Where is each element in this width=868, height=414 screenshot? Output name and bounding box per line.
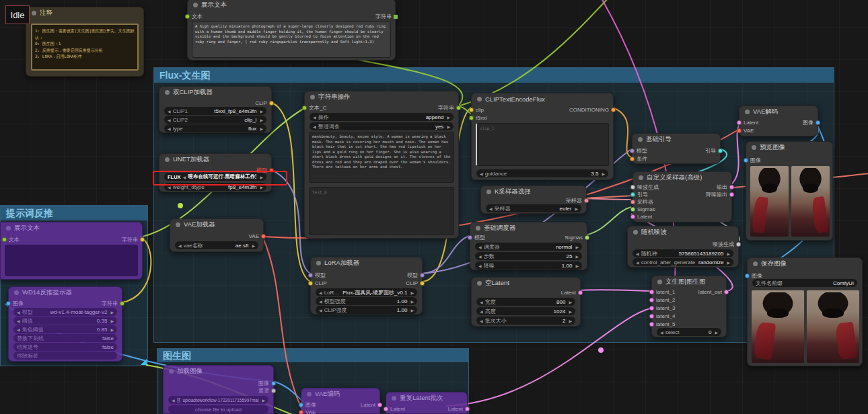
group-img2img-header[interactable]: 图生图 xyxy=(157,349,468,362)
widget-trailing-comma[interactable]: 结尾逗号false xyxy=(13,343,117,351)
port-dot[interactable] xyxy=(140,237,145,242)
node-lora-loader[interactable]: LoRA加载器 模型 CLIP 模型 CLIP LoRA名称Flux-面具风-绫… xyxy=(310,257,423,315)
port-latent-in[interactable]: Latent xyxy=(630,214,652,220)
widget-wd14-model[interactable]: 模型wd-v1.4-moat-tagger-v2 xyxy=(13,308,117,316)
widget-sampler[interactable]: 采样器euler xyxy=(486,204,581,212)
node-basic-guider[interactable]: 基础引导 模型 条件 引导 xyxy=(632,133,721,164)
node-vae-loader[interactable]: VAE加载器 VAE vae名称ae.sft xyxy=(170,218,264,252)
port-dot[interactable] xyxy=(630,185,635,190)
collapse-dot-icon[interactable] xyxy=(6,226,11,231)
port-dot[interactable] xyxy=(261,234,266,239)
widget-character-threshold[interactable]: 角色阈值0.85 xyxy=(13,325,117,333)
port-dot[interactable] xyxy=(299,410,303,414)
node-string-operation[interactable]: 字符串操作 文本_C 字符串 操作append 整理词条yes maskbeau… xyxy=(304,91,459,239)
port-dot[interactable] xyxy=(456,106,461,110)
widget-clip-strength[interactable]: CLIP强度1.00 xyxy=(316,306,417,314)
port-string-out[interactable]: 字符串 xyxy=(438,105,461,111)
collapse-dot-icon[interactable] xyxy=(477,281,482,286)
port-latent-out[interactable]: Latent xyxy=(361,402,382,408)
port-dot[interactable] xyxy=(269,168,274,173)
port-image-in[interactable]: 图像 xyxy=(6,300,24,306)
port-dot[interactable] xyxy=(649,290,654,294)
port-dot[interactable] xyxy=(465,407,470,411)
widget-vae-name[interactable]: vae名称ae.sft xyxy=(175,241,258,249)
port-dot[interactable] xyxy=(302,106,307,110)
port-clip-in[interactable]: CLIP xyxy=(308,280,327,286)
port-mask-out[interactable]: 遮罩 xyxy=(258,388,276,394)
collapse-dot-icon[interactable] xyxy=(752,145,756,150)
port-string-out[interactable]: 字符串 xyxy=(102,300,124,306)
widget-batch-size[interactable]: 批次大小2 xyxy=(476,317,575,325)
port-dot[interactable] xyxy=(185,14,190,19)
choose-file-button[interactable]: choose file to upload xyxy=(168,405,268,413)
port-dot[interactable] xyxy=(630,214,635,219)
port-dot[interactable] xyxy=(729,185,734,190)
collapse-dot-icon[interactable] xyxy=(193,3,198,7)
port-dot[interactable] xyxy=(584,198,589,203)
port-image-in[interactable]: 图像 xyxy=(744,157,761,163)
port-dot[interactable] xyxy=(468,235,472,240)
port-text-in[interactable]: 文本 xyxy=(2,237,20,243)
port-image-in[interactable]: 图像 xyxy=(299,402,316,408)
group-reverse-header[interactable]: 提示词反推 xyxy=(1,206,147,220)
collapse-dot-icon[interactable] xyxy=(486,190,491,194)
collapse-dot-icon[interactable] xyxy=(633,230,638,235)
port-model-out[interactable]: 模型 xyxy=(407,272,425,278)
widget-threshold[interactable]: 阈值0.35 xyxy=(13,317,117,325)
port-dot[interactable] xyxy=(630,157,635,161)
port-image-in[interactable]: 图像 xyxy=(745,273,762,279)
port-dot[interactable] xyxy=(649,322,654,327)
node-load-image[interactable]: 加载图像 图像 遮罩 图像uploadtoworkflow-1722011715… xyxy=(163,365,274,414)
port-string-out[interactable]: 字符串 xyxy=(122,237,145,243)
widget-scheduler[interactable]: 调度器normal xyxy=(475,243,582,251)
port-dot[interactable] xyxy=(578,290,583,295)
port-dot[interactable] xyxy=(630,192,635,197)
node-dual-clip-loader[interactable]: 双CLIP加载器 CLIP CLIP1t5xxl_fp8_e4m3fn CLIP… xyxy=(159,86,272,133)
port-sigmas-in[interactable]: Sigmas xyxy=(630,206,655,212)
port-dot[interactable] xyxy=(611,108,616,112)
port-dot[interactable] xyxy=(736,242,741,247)
port-model-in[interactable]: 模型 xyxy=(630,148,647,154)
port-latent2-in[interactable]: latent_2 xyxy=(649,297,675,303)
collapse-dot-icon[interactable] xyxy=(169,369,174,374)
port-noise-out[interactable]: 噪波生成 xyxy=(713,241,741,247)
port-dot[interactable] xyxy=(745,274,750,278)
widget-seed[interactable]: 随机种575865143189205 xyxy=(632,249,733,257)
widget-weight-dtype[interactable]: weight_dtypefp8_e4m3fn xyxy=(164,183,266,191)
collapse-dot-icon[interactable] xyxy=(753,261,758,266)
port-dot[interactable] xyxy=(737,120,742,125)
node-repeat-latent-batch[interactable]: 重复Latent批次 Latent Latent xyxy=(386,392,468,414)
port-dot[interactable] xyxy=(469,116,474,120)
collapse-dot-icon[interactable] xyxy=(745,110,750,114)
port-string-out[interactable]: 字符串 xyxy=(375,13,398,19)
node-preview-image[interactable]: 预览图像 图像 xyxy=(746,141,833,241)
collapse-dot-icon[interactable] xyxy=(14,290,19,295)
collapse-dot-icon[interactable] xyxy=(638,137,643,142)
status-idle-button[interactable]: Idle xyxy=(5,5,30,24)
port-guider-out[interactable]: 引导 xyxy=(705,148,723,154)
widget-filename-prefix[interactable]: 文件名前缀ComfyUI xyxy=(752,279,857,287)
widget-lora-name[interactable]: LoRA名称Flux-面具风-绫罗面纱_v0.1 xyxy=(316,288,417,296)
widget-height[interactable]: 高度1024 xyxy=(476,307,575,315)
port-dot[interactable] xyxy=(308,273,313,278)
collapse-dot-icon[interactable] xyxy=(307,392,312,397)
port-dot[interactable] xyxy=(120,301,124,306)
port-clip-out[interactable]: CLIP xyxy=(406,280,425,286)
node-latent-switch[interactable]: 文生图|图生图 latent_1 latent_2 latent_3 laten… xyxy=(651,276,727,337)
clip-l-textarea[interactable]: clip_l xyxy=(476,123,609,166)
port-dot[interactable] xyxy=(585,235,589,240)
collapse-dot-icon[interactable] xyxy=(165,90,170,95)
widget-unet-name[interactable]: FLUX哩布在线可运行-黑暗森林工作室_FLUX.1-dev-fp8 xyxy=(164,173,266,181)
widget-steps[interactable]: 步数25 xyxy=(475,252,582,260)
collapse-dot-icon[interactable] xyxy=(316,261,321,265)
widget-type[interactable]: typeflux xyxy=(164,124,266,132)
port-dot[interactable] xyxy=(744,158,748,163)
port-model-in[interactable]: 模型 xyxy=(468,235,485,241)
port-guider-in[interactable]: 引导 xyxy=(630,192,648,198)
widget-clip2[interactable]: CLIP2clip_l xyxy=(164,116,266,124)
port-dot[interactable] xyxy=(6,301,11,306)
node-random-noise[interactable]: 随机噪波 噪波生成 随机种575865143189205 control_aft… xyxy=(627,226,739,267)
port-dot[interactable] xyxy=(724,290,729,294)
widget-guidance[interactable]: guidance3.5 xyxy=(476,169,608,177)
widget-control-after-generate[interactable]: control_after_generaterandomize xyxy=(632,258,733,266)
